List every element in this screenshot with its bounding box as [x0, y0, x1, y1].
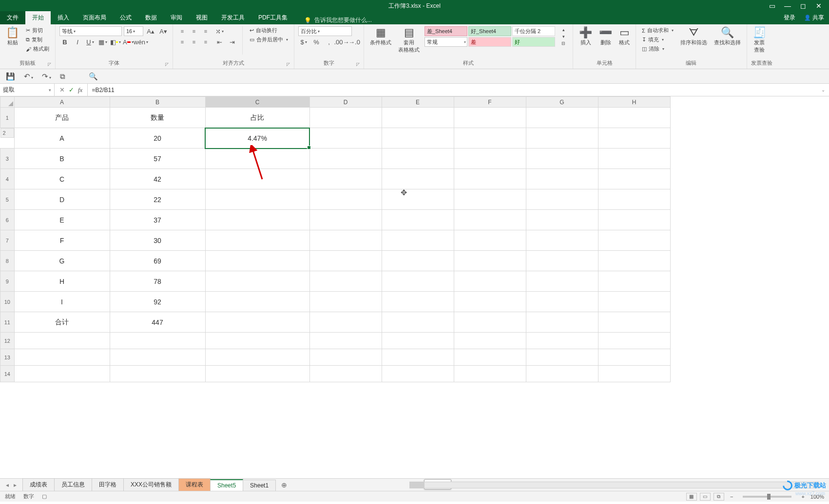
- row-header[interactable]: 2: [0, 128, 14, 138]
- paste-button[interactable]: 📋 粘贴: [4, 26, 21, 47]
- cell[interactable]: [526, 292, 598, 312]
- align-right-icon[interactable]: ≡: [200, 37, 211, 47]
- cell[interactable]: [205, 312, 309, 333]
- cell[interactable]: F: [14, 230, 110, 251]
- tab-file[interactable]: 文件: [0, 11, 25, 24]
- share-button[interactable]: 👤 共享: [804, 14, 824, 22]
- fx-icon[interactable]: fx: [78, 86, 82, 94]
- login-link[interactable]: 登录: [784, 14, 795, 22]
- sheet-tab[interactable]: 课程表: [178, 478, 211, 491]
- align-middle-icon[interactable]: ≡: [189, 26, 199, 36]
- cell[interactable]: [526, 128, 598, 149]
- cell[interactable]: [205, 292, 309, 312]
- cell[interactable]: 92: [110, 292, 205, 312]
- cell[interactable]: [526, 189, 598, 210]
- macro-record-icon[interactable]: ▢: [42, 493, 47, 500]
- font-size-select[interactable]: 16: [124, 26, 143, 36]
- cell[interactable]: [309, 366, 382, 382]
- row-header[interactable]: 7: [0, 230, 15, 251]
- col-header-C[interactable]: C: [205, 97, 309, 108]
- tab-developer[interactable]: 开发工具: [214, 11, 251, 24]
- normal-view-icon[interactable]: ▦: [686, 493, 697, 501]
- page-layout-view-icon[interactable]: ▭: [700, 493, 711, 501]
- cell[interactable]: [205, 169, 309, 189]
- cell[interactable]: [454, 271, 526, 292]
- tab-page-layout[interactable]: 页面布局: [76, 11, 113, 24]
- maximize-icon[interactable]: ◻: [800, 2, 807, 9]
- cell[interactable]: [309, 312, 382, 333]
- cell[interactable]: [598, 210, 670, 230]
- cell[interactable]: [526, 366, 598, 382]
- tab-insert[interactable]: 插入: [51, 11, 76, 24]
- cell[interactable]: [454, 251, 526, 271]
- align-center-icon[interactable]: ≡: [189, 37, 199, 47]
- row-header[interactable]: 12: [0, 333, 15, 349]
- cell[interactable]: [309, 108, 382, 128]
- row-header[interactable]: 10: [0, 292, 15, 312]
- cell[interactable]: H: [14, 271, 110, 292]
- cell[interactable]: [526, 169, 598, 189]
- sheet-tab[interactable]: XXX公司销售额: [123, 478, 179, 491]
- cell[interactable]: [598, 189, 670, 210]
- print-preview-icon[interactable]: 🔍: [89, 72, 98, 81]
- cell[interactable]: E: [14, 210, 110, 230]
- cell[interactable]: [526, 271, 598, 292]
- cell[interactable]: [309, 189, 382, 210]
- fill-color-icon[interactable]: ◧: [110, 37, 121, 47]
- find-select-button[interactable]: 🔍查找和选择: [712, 26, 743, 47]
- cell[interactable]: [598, 169, 670, 189]
- increase-indent-icon[interactable]: ⇥: [227, 37, 237, 47]
- tab-pdf-tools[interactable]: PDF工具集: [251, 11, 294, 24]
- cell[interactable]: [14, 349, 110, 366]
- cell[interactable]: [598, 230, 670, 251]
- tab-review[interactable]: 审阅: [164, 11, 189, 24]
- cell[interactable]: 产品: [14, 108, 110, 128]
- spreadsheet-grid[interactable]: A B C D E F G H 1产品数量占比2A204.47%3B574C42…: [0, 96, 829, 478]
- cell[interactable]: 69: [110, 251, 205, 271]
- alignment-launcher-icon[interactable]: ◸: [287, 62, 290, 67]
- row-header[interactable]: 3: [0, 149, 15, 169]
- enter-formula-icon[interactable]: ✓: [69, 86, 74, 93]
- tab-view[interactable]: 视图: [189, 11, 214, 24]
- cell[interactable]: [526, 251, 598, 271]
- sheet-tab[interactable]: Sheet5: [210, 479, 243, 491]
- col-header-B[interactable]: B: [110, 97, 205, 108]
- minimize-icon[interactable]: —: [784, 2, 791, 9]
- cell[interactable]: [454, 149, 526, 169]
- row-header[interactable]: 1: [0, 108, 15, 128]
- cell[interactable]: [454, 189, 526, 210]
- cell[interactable]: D: [14, 189, 110, 210]
- cell[interactable]: [205, 189, 309, 210]
- col-header-F[interactable]: F: [454, 97, 526, 108]
- cell[interactable]: [526, 210, 598, 230]
- sort-filter-button[interactable]: ᗊ排序和筛选: [678, 26, 709, 47]
- accounting-format-icon[interactable]: $: [298, 37, 309, 47]
- cell[interactable]: G: [14, 251, 110, 271]
- cell[interactable]: [526, 108, 598, 128]
- style-normal[interactable]: 常规▾: [424, 37, 467, 47]
- cell[interactable]: [454, 349, 526, 366]
- cell[interactable]: 42: [110, 169, 205, 189]
- cell[interactable]: C: [14, 169, 110, 189]
- cell[interactable]: [205, 230, 309, 251]
- cell[interactable]: [205, 349, 309, 366]
- cell[interactable]: [598, 349, 670, 366]
- cell[interactable]: 37: [110, 210, 205, 230]
- cell[interactable]: [382, 230, 454, 251]
- sheet-tab[interactable]: Sheet1: [243, 480, 276, 491]
- cell[interactable]: [454, 210, 526, 230]
- col-header-H[interactable]: H: [598, 97, 670, 108]
- decrease-font-icon[interactable]: A▾: [158, 26, 169, 36]
- cell[interactable]: B: [14, 149, 110, 169]
- wrap-text-button[interactable]: ↩自动换行: [248, 26, 290, 35]
- cell[interactable]: [205, 149, 309, 169]
- cell[interactable]: [382, 169, 454, 189]
- select-all-corner[interactable]: [0, 97, 15, 108]
- cell[interactable]: [309, 333, 382, 349]
- cell[interactable]: [309, 210, 382, 230]
- styles-scroll-down-icon[interactable]: ▾: [558, 33, 569, 40]
- clipboard-launcher-icon[interactable]: ◸: [48, 62, 51, 67]
- row-header[interactable]: 8: [0, 251, 15, 271]
- row-header[interactable]: 5: [0, 189, 15, 210]
- decrease-indent-icon[interactable]: ⇤: [214, 37, 225, 47]
